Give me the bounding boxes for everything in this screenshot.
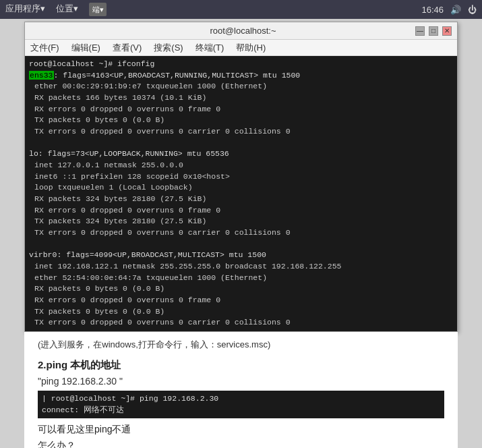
terminal-line-lo-loop: loop txqueuelen 1 (Local Loopback) <box>29 182 453 194</box>
terminal-line-virbr0-tx-err: TX errors 0 dropped 0 overruns 0 carrier… <box>29 317 453 329</box>
terminal-line-ens33-tx-err: TX errors 0 dropped 0 overruns 0 carrier… <box>29 126 453 138</box>
desktop-topbar: 应用程序▾ 位置▾ 端▾ 16:46 🔊 ⏻ <box>0 0 482 19</box>
terminal-title: root@localhost:~ <box>71 26 415 36</box>
terminal-line-lo-inet6: inet6 ::1 prefixlen 128 scopeid 0x10<hos… <box>29 171 453 183</box>
terminal-line-lo-inet: inet 127.0.0.1 netmask 255.0.0.0 <box>29 160 453 171</box>
menu-help[interactable]: 帮助(H) <box>235 42 267 54</box>
terminal-line-ens33-ether: ether 00:0c:29:91:b9:e7 txqueuelen 1000 … <box>29 81 453 92</box>
terminal-menubar: 文件(F) 编辑(E) 查看(V) 搜索(S) 终端(T) 帮助(H) <box>25 40 457 56</box>
ens33-label: ens33 <box>29 71 54 80</box>
section2-title: 2.ping 本机的地址 <box>38 359 444 372</box>
topbar-time: 16:46 <box>421 5 444 15</box>
terminal-line-lo-tx-err: TX errors 0 dropped 0 overruns 0 carrier… <box>29 227 453 239</box>
terminal-line-virbr0-rx-err: RX errors 0 dropped 0 overruns 0 frame 0 <box>29 295 453 306</box>
terminal-line-lo-rx1: RX packets 324 bytes 28180 (27.5 KiB) <box>29 194 453 205</box>
snippet-error: connect: 网络不可达 <box>42 405 440 416</box>
note-text: (进入到服务，在windows,打开命令行，输入：services.msc) <box>38 339 444 351</box>
topbar-volume-icon[interactable]: 🔊 <box>450 5 461 15</box>
topbar-terminal-icon[interactable]: 端▾ <box>89 3 107 16</box>
terminal-line-ens33: ens33: flags=4163<UP,BROADCAST,RUNNING,M… <box>29 70 453 82</box>
terminal-snippet-2[interactable]: | root@localhost ~]# ping 192.168.2.30 c… <box>38 391 444 418</box>
terminal-titlebar: root@localhost:~ — □ ✕ <box>25 22 457 40</box>
menu-terminal[interactable]: 终端(T) <box>194 42 226 54</box>
topbar-location[interactable]: 位置▾ <box>56 3 78 16</box>
prompt-1: root@localhost ~]# ifconfig <box>29 59 154 68</box>
terminal-line-ens33-rx-err: RX errors 0 dropped 0 overruns 0 frame 0 <box>29 104 453 115</box>
terminal-line-lo: lo: flags=73<UP,LOOPBACK,RUNNING> mtu 65… <box>29 148 453 160</box>
terminal-body[interactable]: root@localhost ~]# ifconfig ens33: flags… <box>25 56 457 331</box>
ping-cmd-text: "ping 192.168.2.30 " <box>38 376 444 387</box>
menu-search[interactable]: 搜索(S) <box>152 42 184 54</box>
terminal-line-lo-rx-err: RX errors 0 dropped 0 overruns 0 frame 0 <box>29 205 453 217</box>
terminal-line-virbr0-inet: inet 192.168.122.1 netmask 255.255.255.0… <box>29 261 453 273</box>
analysis-1: 可以看见这里ping不通 <box>38 424 444 436</box>
terminal-line-ens33-rx1: RX packets 166 bytes 10374 (10.1 KiB) <box>29 92 453 104</box>
terminal-line-1: root@localhost ~]# ifconfig <box>29 59 453 70</box>
snippet-prompt: | root@localhost ~]# ping 192.168.2.30 <box>42 393 440 405</box>
terminal-line-ens33-tx: TX packets 0 bytes 0 (0.0 B) <box>29 115 453 126</box>
topbar-left: 应用程序▾ 位置▾ 端▾ <box>5 3 413 16</box>
topbar-right: 16:46 🔊 ⏻ <box>421 5 477 15</box>
content-area: (进入到服务，在windows,打开命令行，输入：services.msc) 2… <box>24 332 458 448</box>
menu-view[interactable]: 查看(V) <box>111 42 143 54</box>
terminal-blank-1 <box>29 138 453 149</box>
terminal-blank-2 <box>29 239 453 250</box>
terminal-line-lo-tx1: TX packets 324 bytes 28180 (27.5 KiB) <box>29 216 453 227</box>
terminal-window: root@localhost:~ — □ ✕ 文件(F) 编辑(E) 查看(V)… <box>24 22 458 332</box>
topbar-apps[interactable]: 应用程序▾ <box>5 3 45 16</box>
minimize-button[interactable]: — <box>415 26 425 36</box>
topbar-power-icon[interactable]: ⏻ <box>468 5 477 15</box>
terminal-line-virbr0-rx: RX packets 0 bytes 0 (0.0 B) <box>29 283 453 295</box>
terminal-line-virbr0-ether: ether 52:54:00:0e:64:7a txqueuelen 1000 … <box>29 273 453 284</box>
maximize-button[interactable]: □ <box>429 26 438 36</box>
terminal-controls: — □ ✕ <box>415 26 452 36</box>
menu-edit[interactable]: 编辑(E) <box>70 42 102 54</box>
menu-file[interactable]: 文件(F) <box>29 42 61 54</box>
close-button[interactable]: ✕ <box>442 26 452 36</box>
terminal-line-virbr0: virbr0: flags=4099<UP,BROADCAST,MULTICAS… <box>29 250 453 261</box>
analysis-2: 怎么办？ <box>38 440 444 448</box>
terminal-line-virbr0-tx: TX packets 0 bytes 0 (0.0 B) <box>29 306 453 318</box>
